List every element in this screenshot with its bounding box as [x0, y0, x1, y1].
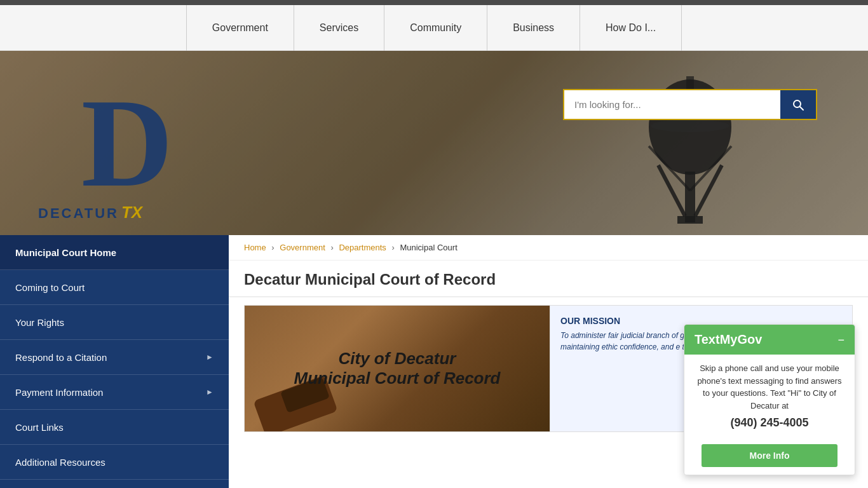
- breadcrumb-departments[interactable]: Departments: [339, 243, 386, 252]
- breadcrumb-home[interactable]: Home: [244, 243, 266, 252]
- nav-item-community[interactable]: Community: [384, 5, 487, 51]
- logo-text: DECATUR TX: [38, 203, 142, 222]
- water-tower-icon: [639, 64, 741, 229]
- arrow-icon-respond: ►: [206, 353, 214, 362]
- court-image-text: City of Decatur Municipal Court of Recor…: [288, 342, 507, 395]
- search-box: [563, 89, 817, 120]
- nav-bar: Government Services Community Business H…: [0, 5, 868, 51]
- sidebar-item-court-home[interactable]: Municipal Court Home: [0, 235, 229, 270]
- textmygov-phone: (940) 245-4005: [695, 414, 844, 431]
- textmygov-widget: TextMyGov − Skip a phone call and use yo…: [684, 324, 855, 475]
- court-image-line2: Municipal Court of Record: [294, 369, 501, 388]
- page-title: Decatur Municipal Court of Record: [229, 261, 868, 297]
- sidebar: Municipal Court Home Coming to Court You…: [0, 235, 229, 488]
- sidebar-label-court-links: Court Links: [15, 422, 64, 433]
- breadcrumb-sep-1: ›: [271, 243, 274, 252]
- logo-state: TX: [121, 203, 142, 222]
- nav-item-services[interactable]: Services: [294, 5, 384, 51]
- breadcrumb: Home › Government › Departments › Munici…: [229, 235, 868, 261]
- textmygov-header: TextMyGov −: [684, 325, 855, 355]
- breadcrumb-sep-2: ›: [330, 243, 333, 252]
- textmygov-description: Skip a phone call and use your mobile ph…: [697, 363, 841, 410]
- arrow-icon-payment: ►: [206, 388, 214, 396]
- sidebar-item-your-rights[interactable]: Your Rights: [0, 305, 229, 340]
- svg-line-10: [800, 106, 804, 110]
- svg-point-8: [651, 119, 729, 132]
- textmygov-title: TextMyGov: [695, 332, 762, 347]
- breadcrumb-government[interactable]: Government: [280, 243, 325, 252]
- search-icon: [792, 98, 804, 111]
- logo-city: DECATUR: [38, 205, 119, 222]
- sidebar-item-respond-citation[interactable]: Respond to a Citation ►: [0, 340, 229, 375]
- hero-banner: D DECATUR TX: [0, 51, 868, 235]
- sidebar-item-additional-resources[interactable]: Additional Resources: [0, 445, 229, 480]
- nav-item-howdoi[interactable]: How Do I...: [580, 5, 682, 51]
- sidebar-label-additional-resources: Additional Resources: [15, 457, 105, 468]
- textmygov-body: Skip a phone call and use your mobile ph…: [684, 355, 855, 439]
- svg-rect-1: [685, 172, 695, 222]
- svg-rect-6: [677, 216, 703, 224]
- nav-item-business[interactable]: Business: [487, 5, 580, 51]
- sidebar-label-payment-info: Payment Information: [15, 387, 103, 398]
- textmygov-close-button[interactable]: −: [837, 334, 844, 346]
- more-info-button[interactable]: More Info: [702, 444, 837, 467]
- sidebar-item-court-links[interactable]: Court Links: [0, 410, 229, 445]
- search-button[interactable]: [780, 90, 816, 119]
- sidebar-label-coming-to-court: Coming to Court: [15, 282, 85, 293]
- main-nav: Government Services Community Business H…: [186, 5, 682, 51]
- logo-letter: D: [81, 79, 173, 207]
- breadcrumb-sep-3: ›: [391, 243, 394, 252]
- court-image-left: City of Decatur Municipal Court of Recor…: [245, 306, 550, 431]
- court-image-line1: City of Decatur: [339, 349, 456, 368]
- sidebar-item-payment-info[interactable]: Payment Information ►: [0, 375, 229, 410]
- sidebar-label-respond-citation: Respond to a Citation: [15, 352, 107, 363]
- logo-container: D: [38, 64, 216, 222]
- sidebar-item-coming-to-court[interactable]: Coming to Court: [0, 270, 229, 305]
- nav-item-government[interactable]: Government: [186, 5, 294, 51]
- breadcrumb-current: Municipal Court: [400, 243, 457, 252]
- sidebar-label-your-rights: Your Rights: [15, 317, 64, 328]
- search-input[interactable]: [564, 90, 780, 119]
- sidebar-label-court-home: Municipal Court Home: [15, 247, 116, 258]
